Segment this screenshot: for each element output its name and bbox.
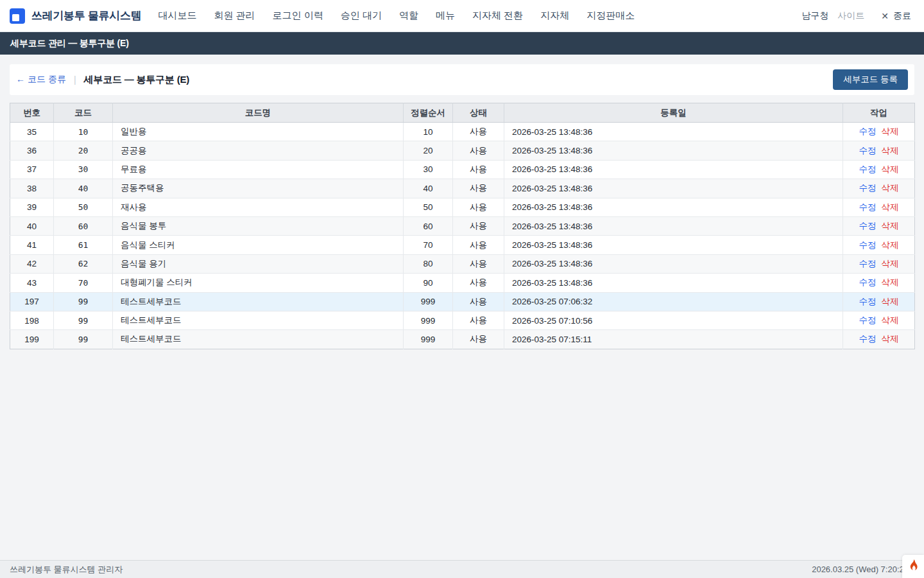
header-code-name: 코드명	[113, 103, 404, 123]
logout-link[interactable]: ✕ 종료	[881, 10, 911, 22]
nav-item-approval-pending[interactable]: 승인 대기	[341, 10, 382, 22]
cell-no: 35	[10, 123, 54, 141]
cell-no: 41	[10, 236, 54, 254]
cell-sort-order: 10	[404, 123, 453, 141]
cell-no: 198	[10, 311, 54, 329]
cell-registered-date: 2026-03-25 07:15:11	[504, 330, 843, 349]
cell-code-name: 재사용	[113, 198, 404, 216]
cell-registered-date: 2026-03-25 13:48:36	[504, 141, 843, 160]
edit-link[interactable]: 수정	[859, 221, 877, 231]
page-subheader: 세부코드 관리 — 봉투구분 (E)	[0, 32, 924, 55]
delete-link[interactable]: 삭제	[882, 146, 899, 155]
toolbar: ←코드 종류 | 세부코드 — 봉투구분 (E) 세부코드 등록	[10, 64, 914, 95]
delete-link[interactable]: 삭제	[882, 202, 899, 212]
cell-code-name: 일반용	[113, 123, 404, 141]
cell-sort-order: 50	[404, 198, 453, 216]
cell-code: 50	[54, 198, 113, 216]
cell-code-name: 음식물 용기	[113, 254, 404, 273]
cell-sort-order: 30	[404, 160, 453, 179]
cell-actions: 수정삭제	[843, 216, 915, 235]
cell-actions: 수정삭제	[843, 292, 915, 311]
app-logo-icon[interactable]	[10, 8, 25, 24]
cell-status: 사용	[453, 198, 504, 216]
left-arrow-icon: ←	[16, 74, 25, 84]
page-title: 세부코드 — 봉투구분 (E)	[84, 74, 190, 86]
delete-link[interactable]: 삭제	[882, 277, 899, 287]
edit-link[interactable]: 수정	[859, 240, 877, 250]
table-row: 38 40 공동주택용 40 사용 2026-03-25 13:48:36 수정…	[10, 179, 915, 198]
edit-link[interactable]: 수정	[859, 183, 877, 193]
cell-code-name: 대형폐기물 스티커	[113, 274, 404, 292]
nav-item-dashboard[interactable]: 대시보드	[158, 10, 196, 22]
cell-sort-order: 999	[404, 292, 453, 311]
edit-link[interactable]: 수정	[859, 164, 877, 174]
cell-registered-date: 2026-03-25 13:48:36	[504, 274, 843, 292]
debug-toolbar-tab[interactable]	[902, 555, 924, 578]
delete-link[interactable]: 삭제	[882, 164, 899, 174]
table-row: 198 99 테스트세부코드 999 사용 2026-03-25 07:10:5…	[10, 311, 915, 329]
edit-link[interactable]: 수정	[859, 146, 877, 155]
close-icon: ✕	[881, 11, 889, 21]
delete-link[interactable]: 삭제	[882, 183, 899, 193]
edit-link[interactable]: 수정	[859, 277, 877, 287]
nav-item-members[interactable]: 회원 관리	[214, 10, 255, 22]
back-to-code-types-link[interactable]: ←코드 종류	[16, 74, 66, 85]
cell-sort-order: 70	[404, 236, 453, 254]
cell-registered-date: 2026-03-25 07:10:56	[504, 311, 843, 329]
delete-link[interactable]: 삭제	[882, 259, 899, 268]
delete-link[interactable]: 삭제	[882, 240, 899, 250]
nav-item-login-history[interactable]: 로그인 이력	[273, 10, 323, 22]
delete-link[interactable]: 삭제	[882, 127, 899, 136]
cell-no: 38	[10, 179, 54, 198]
cell-actions: 수정삭제	[843, 330, 915, 349]
cell-status: 사용	[453, 236, 504, 254]
nav-right-group: 남구청 사이트 ✕ 종료	[801, 10, 911, 22]
edit-link[interactable]: 수정	[859, 127, 877, 136]
edit-link[interactable]: 수정	[859, 259, 877, 268]
table-row: 42 62 음식물 용기 80 사용 2026-03-25 13:48:36 수…	[10, 254, 915, 273]
cell-code: 62	[54, 254, 113, 273]
cell-code-name: 테스트세부코드	[113, 292, 404, 311]
table-row: 40 60 음식물 봉투 60 사용 2026-03-25 13:48:36 수…	[10, 216, 915, 235]
detail-code-table: 번호 코드 코드명 정렬순서 상태 등록일 작업 35 10 일반용 10 사용…	[10, 103, 915, 349]
header-sort-order: 정렬순서	[404, 103, 453, 123]
edit-link[interactable]: 수정	[859, 334, 877, 344]
edit-link[interactable]: 수정	[859, 315, 877, 325]
delete-link[interactable]: 삭제	[882, 334, 899, 344]
main-nav: 대시보드 회원 관리 로그인 이력 승인 대기 역할 메뉴 지자체 전환 지자체…	[158, 10, 635, 22]
cell-code: 99	[54, 330, 113, 349]
header-actions: 작업	[843, 103, 915, 123]
cell-actions: 수정삭제	[843, 254, 915, 273]
table-header-row: 번호 코드 코드명 정렬순서 상태 등록일 작업	[10, 103, 915, 123]
app-title[interactable]: 쓰레기봉투 물류시스템	[31, 8, 141, 23]
nav-item-menus[interactable]: 메뉴	[436, 10, 455, 22]
register-detail-code-button[interactable]: 세부코드 등록	[833, 69, 908, 90]
site-link[interactable]: 사이트	[837, 10, 864, 22]
cell-registered-date: 2026-03-25 13:48:36	[504, 160, 843, 179]
nav-item-designated-sellers[interactable]: 지정판매소	[586, 10, 635, 22]
cell-registered-date: 2026-03-25 13:48:36	[504, 179, 843, 198]
edit-link[interactable]: 수정	[859, 297, 877, 306]
cell-actions: 수정삭제	[843, 123, 915, 141]
footer-datetime: 2026.03.25 (Wed) 7:20:27	[812, 565, 909, 574]
flame-icon	[907, 559, 920, 574]
cell-sort-order: 90	[404, 274, 453, 292]
nav-item-municipality-switch[interactable]: 지자체 전환	[472, 10, 523, 22]
nav-item-municipality[interactable]: 지자체	[540, 10, 569, 22]
cell-status: 사용	[453, 141, 504, 160]
table-row: 199 99 테스트세부코드 999 사용 2026-03-25 07:15:1…	[10, 330, 915, 349]
table-row: 35 10 일반용 10 사용 2026-03-25 13:48:36 수정삭제	[10, 123, 915, 141]
delete-link[interactable]: 삭제	[882, 297, 899, 306]
cell-status: 사용	[453, 274, 504, 292]
delete-link[interactable]: 삭제	[882, 315, 899, 325]
cell-code-name: 테스트세부코드	[113, 311, 404, 329]
edit-link[interactable]: 수정	[859, 202, 877, 212]
cell-actions: 수정삭제	[843, 311, 915, 329]
logout-label: 종료	[893, 10, 911, 22]
cell-actions: 수정삭제	[843, 198, 915, 216]
delete-link[interactable]: 삭제	[882, 221, 899, 231]
cell-actions: 수정삭제	[843, 274, 915, 292]
nav-item-roles[interactable]: 역할	[399, 10, 418, 22]
subheader-title: 세부코드 관리 — 봉투구분 (E)	[10, 38, 129, 49]
cell-sort-order: 40	[404, 179, 453, 198]
